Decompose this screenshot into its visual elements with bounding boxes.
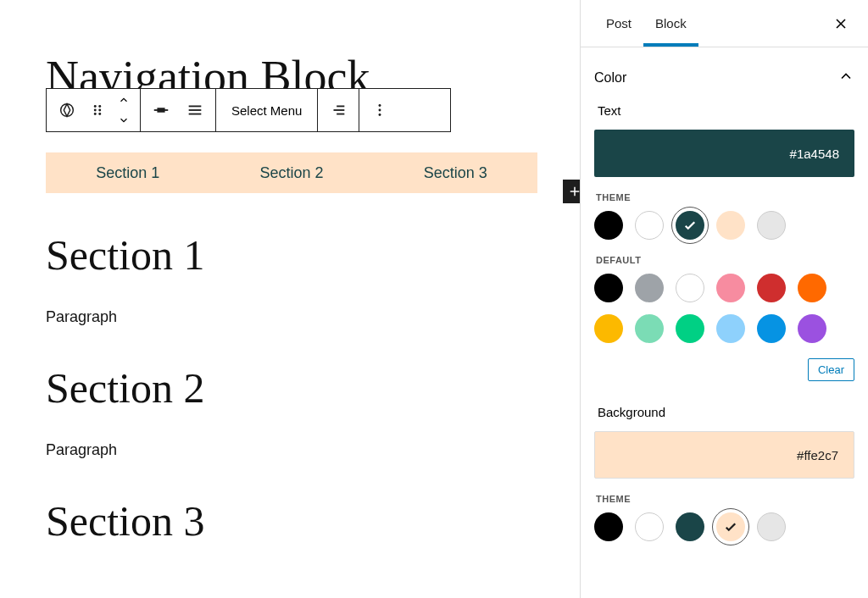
color-swatch[interactable] bbox=[757, 211, 786, 240]
paragraph-block[interactable]: Paragraph bbox=[46, 441, 571, 459]
color-swatch[interactable] bbox=[635, 314, 664, 343]
nav-item[interactable]: Section 3 bbox=[424, 164, 487, 182]
settings-sidebar: Post Block Color Text #1a4548 THEME DEFA… bbox=[580, 0, 868, 598]
background-color-input[interactable]: #ffe2c7 bbox=[594, 431, 854, 479]
color-swatch[interactable] bbox=[757, 512, 786, 541]
sidebar-tabs: Post Block bbox=[581, 0, 868, 47]
toolbar-group-menu: Select Menu bbox=[216, 89, 318, 131]
color-swatch[interactable] bbox=[798, 314, 826, 343]
nav-item[interactable]: Section 2 bbox=[259, 164, 323, 182]
toolbar-group-align bbox=[141, 89, 216, 131]
close-sidebar-button[interactable] bbox=[827, 10, 854, 37]
tab-block[interactable]: Block bbox=[643, 1, 698, 47]
move-up-button[interactable] bbox=[111, 90, 136, 110]
color-panel: Color Text #1a4548 THEME DEFAULT Clear B… bbox=[581, 47, 868, 563]
color-swatch[interactable] bbox=[594, 512, 623, 541]
block-type-button[interactable] bbox=[50, 90, 84, 130]
color-swatch[interactable] bbox=[635, 211, 664, 240]
align-button[interactable] bbox=[144, 90, 178, 130]
toolbar-group-block bbox=[47, 89, 141, 131]
color-swatch[interactable] bbox=[676, 211, 704, 240]
indent-button[interactable] bbox=[321, 90, 355, 130]
color-swatch[interactable] bbox=[716, 211, 745, 240]
section-heading[interactable]: Section 2 bbox=[46, 363, 571, 413]
editor-canvas: Navigation Block bbox=[0, 0, 580, 598]
clear-text-color-button[interactable]: Clear bbox=[808, 358, 854, 381]
svg-point-3 bbox=[94, 109, 97, 112]
background-theme-swatches bbox=[594, 512, 854, 556]
text-color-label: Text bbox=[594, 102, 854, 130]
background-color-label: Background bbox=[594, 395, 854, 431]
block-toolbar: Select Menu bbox=[46, 88, 451, 132]
svg-point-1 bbox=[94, 105, 97, 108]
color-swatch[interactable] bbox=[676, 274, 704, 302]
color-swatch[interactable] bbox=[676, 512, 704, 541]
navigation-block[interactable]: Section 1 Section 2 Section 3 bbox=[46, 152, 571, 193]
svg-point-6 bbox=[98, 113, 101, 115]
paragraph-block[interactable]: Paragraph bbox=[46, 308, 571, 326]
color-swatch[interactable] bbox=[716, 512, 745, 541]
color-swatch[interactable] bbox=[716, 274, 745, 302]
svg-point-15 bbox=[379, 104, 381, 107]
color-panel-toggle[interactable]: Color bbox=[594, 61, 854, 102]
color-swatch[interactable] bbox=[676, 314, 704, 343]
svg-point-0 bbox=[61, 104, 74, 117]
theme-label: THEME bbox=[594, 192, 854, 211]
add-block-button[interactable] bbox=[563, 180, 580, 203]
default-label: DEFAULT bbox=[594, 255, 854, 274]
color-swatch[interactable] bbox=[635, 512, 664, 541]
section-heading[interactable]: Section 3 bbox=[46, 496, 571, 545]
justify-button[interactable] bbox=[178, 90, 212, 130]
text-theme-swatches bbox=[594, 211, 854, 255]
svg-point-4 bbox=[98, 109, 101, 112]
select-menu-button[interactable]: Select Menu bbox=[220, 90, 314, 130]
color-swatch[interactable] bbox=[635, 274, 664, 302]
color-swatch[interactable] bbox=[757, 314, 786, 343]
svg-point-5 bbox=[94, 113, 97, 115]
color-swatch[interactable] bbox=[594, 211, 623, 240]
svg-rect-8 bbox=[157, 108, 164, 113]
color-swatch[interactable] bbox=[716, 314, 745, 343]
panel-title: Color bbox=[594, 70, 626, 86]
move-down-button[interactable] bbox=[111, 110, 136, 130]
color-swatch[interactable] bbox=[798, 274, 826, 302]
drag-handle-icon[interactable] bbox=[84, 90, 111, 130]
toolbar-group-indent bbox=[318, 89, 359, 131]
svg-point-2 bbox=[98, 105, 101, 108]
block-movers bbox=[111, 90, 136, 130]
text-default-swatches bbox=[594, 274, 854, 358]
svg-point-17 bbox=[379, 114, 381, 116]
section-heading[interactable]: Section 1 bbox=[46, 230, 571, 280]
color-swatch[interactable] bbox=[594, 274, 623, 302]
chevron-up-icon bbox=[837, 68, 854, 88]
toolbar-group-more bbox=[359, 89, 400, 131]
color-swatch[interactable] bbox=[757, 274, 786, 302]
tab-post[interactable]: Post bbox=[594, 1, 643, 47]
svg-point-16 bbox=[379, 109, 381, 112]
color-swatch[interactable] bbox=[594, 314, 623, 343]
text-color-input[interactable]: #1a4548 bbox=[594, 130, 854, 177]
nav-item[interactable]: Section 1 bbox=[96, 164, 159, 182]
more-options-button[interactable] bbox=[363, 90, 397, 130]
